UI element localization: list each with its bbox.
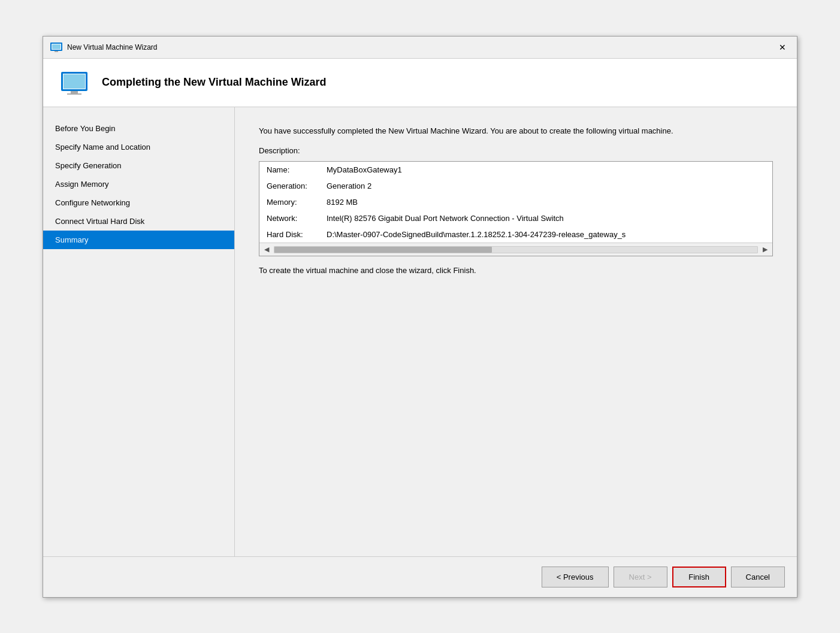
summary-row-key: Hard Disk: xyxy=(259,226,319,243)
summary-row-key: Generation: xyxy=(259,178,319,194)
wizard-window: New Virtual Machine Wizard ✕ Completing … xyxy=(43,36,797,598)
svg-rect-2 xyxy=(52,44,61,49)
scroll-track[interactable] xyxy=(274,246,758,253)
previous-button[interactable]: < Previous xyxy=(542,567,609,587)
wizard-body: Before You Begin Specify Name and Locati… xyxy=(43,107,797,556)
summary-row-value: Intel(R) 82576 Gigabit Dual Port Network… xyxy=(319,210,772,226)
svg-rect-8 xyxy=(67,93,81,95)
summary-row-key: Memory: xyxy=(259,194,319,210)
summary-row: Hard Disk:D:\Master-0907-CodeSignedBuild… xyxy=(259,226,772,243)
summary-row-value: MyDataBoxGateway1 xyxy=(319,162,772,178)
vm-icon xyxy=(50,43,62,52)
summary-row-key: Network: xyxy=(259,210,319,226)
wizard-sidebar: Before You Begin Specify Name and Locati… xyxy=(43,107,235,556)
summary-row-key: Name: xyxy=(259,162,319,178)
sidebar-item-connect-virtual-hard-disk[interactable]: Connect Virtual Hard Disk xyxy=(43,212,234,231)
finish-text: To create the virtual machine and close … xyxy=(259,266,773,275)
sidebar-item-configure-networking[interactable]: Configure Networking xyxy=(43,193,234,212)
title-bar: New Virtual Machine Wizard ✕ xyxy=(43,37,797,59)
scroll-right-arrow[interactable]: ▶ xyxy=(760,246,770,253)
summary-row-value: D:\Master-0907-CodeSignedBuild\master.1.… xyxy=(319,226,772,243)
scrollbar-area[interactable]: ◀ ▶ xyxy=(259,243,772,256)
summary-row: Memory:8192 MB xyxy=(259,194,772,210)
sidebar-item-specify-name-location[interactable]: Specify Name and Location xyxy=(43,138,234,156)
summary-table: Name:MyDataBoxGateway1Generation:Generat… xyxy=(259,162,772,243)
summary-row: Generation:Generation 2 xyxy=(259,178,772,194)
finish-button[interactable]: Finish xyxy=(672,567,726,587)
header-vm-icon xyxy=(61,71,90,95)
window-title: New Virtual Machine Wizard xyxy=(67,43,158,52)
sidebar-item-assign-memory[interactable]: Assign Memory xyxy=(43,175,234,193)
sidebar-item-summary[interactable]: Summary xyxy=(43,231,234,249)
intro-text: You have successfully completed the New … xyxy=(259,125,773,137)
summary-row: Name:MyDataBoxGateway1 xyxy=(259,162,772,178)
wizard-header: Completing the New Virtual Machine Wizar… xyxy=(43,59,797,107)
summary-row-value: 8192 MB xyxy=(319,194,772,210)
next-button[interactable]: Next > xyxy=(614,567,667,587)
scroll-left-arrow[interactable]: ◀ xyxy=(262,246,271,253)
summary-box: Name:MyDataBoxGateway1Generation:Generat… xyxy=(259,161,773,256)
svg-rect-3 xyxy=(55,51,58,52)
scroll-thumb xyxy=(274,247,492,253)
sidebar-item-specify-generation[interactable]: Specify Generation xyxy=(43,156,234,175)
description-label: Description: xyxy=(259,146,773,155)
summary-row-value: Generation 2 xyxy=(319,178,772,194)
cancel-button[interactable]: Cancel xyxy=(731,567,785,587)
wizard-content: You have successfully completed the New … xyxy=(235,107,797,556)
sidebar-item-before-you-begin[interactable]: Before You Begin xyxy=(43,119,234,138)
summary-row: Network:Intel(R) 82576 Gigabit Dual Port… xyxy=(259,210,772,226)
wizard-footer: < Previous Next > Finish Cancel xyxy=(43,556,797,597)
close-button[interactable]: ✕ xyxy=(775,41,790,53)
title-bar-left: New Virtual Machine Wizard xyxy=(50,43,158,52)
svg-rect-7 xyxy=(71,91,78,93)
svg-rect-6 xyxy=(64,74,85,89)
wizard-header-title: Completing the New Virtual Machine Wizar… xyxy=(102,76,327,89)
